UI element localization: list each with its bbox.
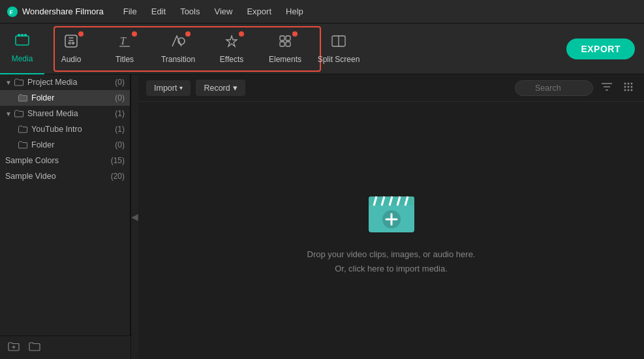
svg-text:T: T [120, 35, 127, 46]
toolbar-item-audio[interactable]: Audio [44, 23, 98, 74]
svg-point-27 [624, 89, 626, 91]
menu-export[interactable]: Export [240, 4, 278, 19]
toolbar: Media Audio T [0, 23, 644, 74]
sidebar-item-sample-video[interactable]: Sample Video (20) [0, 168, 130, 184]
folder-icon [14, 78, 23, 86]
svg-rect-5 [24, 34, 27, 37]
elements-icon [278, 34, 292, 52]
menu-help[interactable]: Help [279, 4, 310, 19]
svg-rect-4 [21, 34, 23, 37]
titles-label: Titles [115, 55, 134, 64]
sidebar: ▼ Project Media (0) Folder (0) ▼ Shared … [0, 74, 130, 359]
grid-icon[interactable] [621, 79, 636, 97]
drop-text: Drop your video clips, images, or audio … [307, 247, 476, 276]
svg-point-25 [628, 86, 630, 87]
svg-point-28 [628, 89, 630, 91]
svg-rect-14 [280, 42, 284, 46]
toolbar-item-transition[interactable]: Transition [151, 23, 205, 74]
drop-area[interactable]: Drop your video clips, images, or audio … [138, 102, 644, 359]
audio-icon [64, 34, 78, 52]
import-label: Import [154, 84, 177, 93]
titles-dot [132, 31, 137, 37]
toolbar-items: Media Audio T [0, 23, 365, 74]
menu-edit[interactable]: Edit [145, 4, 172, 19]
effects-icon [224, 34, 239, 52]
toolbar-item-titles[interactable]: T Titles [98, 23, 151, 74]
shared-folder-icon [14, 110, 23, 117]
export-button[interactable]: EXPORT [566, 39, 635, 59]
sidebar-item-youtube-intro[interactable]: YouTube Intro (1) [0, 121, 130, 137]
menu-bar: File Edit Tools View Export Help [117, 4, 310, 19]
sample-video-count: (20) [111, 172, 125, 181]
shared-arrow-icon: ▼ [5, 110, 12, 117]
svg-rect-15 [286, 42, 290, 46]
media-icon [14, 33, 30, 52]
svg-point-23 [631, 82, 633, 84]
split-screen-label: Split Screen [318, 55, 360, 64]
toolbar-item-elements[interactable]: Elements [258, 23, 312, 74]
add-folder-icon[interactable] [8, 341, 20, 354]
clapperboard-icon [362, 185, 421, 237]
sidebar-item-shared-folder[interactable]: Folder (0) [0, 137, 130, 153]
svg-point-22 [628, 82, 630, 84]
shared-sub-folder-count: (0) [115, 140, 125, 149]
youtube-intro-icon [18, 125, 27, 133]
search-input[interactable] [515, 80, 593, 96]
audio-dot [78, 31, 84, 37]
titles-icon: T [117, 34, 132, 52]
sidebar-item-folder[interactable]: Folder (0) [0, 90, 130, 106]
svg-point-24 [624, 86, 626, 87]
shared-sub-folder-icon [18, 141, 27, 149]
search-wrapper: 🔍 [515, 80, 593, 96]
svg-rect-12 [280, 36, 284, 40]
youtube-intro-count: (1) [115, 125, 125, 134]
transition-dot [185, 31, 191, 37]
menu-view[interactable]: View [207, 4, 239, 19]
resize-handle[interactable]: ◀ [130, 74, 138, 359]
svg-rect-2 [16, 36, 29, 45]
menu-tools[interactable]: Tools [174, 4, 206, 19]
arrow-icon: ▼ [5, 79, 12, 86]
drop-line2: Or, click here to import media. [307, 262, 476, 276]
toolbar-item-effects[interactable]: Effects [205, 23, 258, 74]
drop-area-inner: Drop your video clips, images, or audio … [307, 185, 476, 276]
media-label: Media [12, 54, 33, 63]
folder-icon-selected [18, 94, 27, 102]
svg-rect-13 [286, 36, 290, 40]
toolbar-item-media[interactable]: Media [0, 23, 44, 74]
split-screen-icon [331, 34, 346, 52]
folder-count: (0) [115, 93, 125, 102]
sample-colors-label: Sample Colors [5, 156, 59, 165]
menu-file[interactable]: File [117, 4, 144, 19]
record-button[interactable]: Record ▾ [196, 80, 245, 96]
toolbar-item-split-screen[interactable]: Split Screen [312, 23, 365, 74]
title-bar: F Wondershare Filmora File Edit Tools Vi… [0, 0, 644, 23]
sidebar-item-project-media[interactable]: ▼ Project Media (0) [0, 74, 130, 90]
svg-rect-3 [18, 34, 20, 37]
shared-media-label: Shared Media [27, 109, 78, 118]
toolbar-export-area: EXPORT [566, 23, 644, 74]
svg-point-21 [624, 82, 626, 84]
filter-icon[interactable] [598, 79, 615, 97]
sidebar-item-shared-media[interactable]: ▼ Shared Media (1) [0, 106, 130, 121]
sidebar-item-sample-colors[interactable]: Sample Colors (15) [0, 153, 130, 168]
shared-sub-folder-label: Folder [31, 140, 54, 149]
content-toolbar-right: 🔍 [515, 79, 636, 97]
sample-colors-count: (15) [111, 156, 125, 165]
project-media-label: Project Media [27, 78, 77, 87]
elements-dot [292, 31, 298, 37]
effects-label: Effects [220, 55, 243, 64]
folder-label: Folder [31, 93, 54, 102]
effects-dot [239, 31, 244, 37]
new-folder-icon[interactable] [29, 341, 40, 354]
import-button[interactable]: Import ▾ [146, 80, 191, 96]
content-toolbar: Import ▾ Record ▾ 🔍 [138, 74, 644, 102]
svg-point-29 [631, 89, 633, 91]
svg-point-7 [69, 42, 71, 44]
project-media-count: (0) [115, 78, 125, 87]
audio-label: Audio [61, 55, 82, 64]
app-logo: F Wondershare Filmora [7, 6, 104, 18]
sample-video-label: Sample Video [5, 172, 56, 181]
content-area: Import ▾ Record ▾ 🔍 [138, 74, 644, 359]
transition-icon [170, 34, 186, 52]
